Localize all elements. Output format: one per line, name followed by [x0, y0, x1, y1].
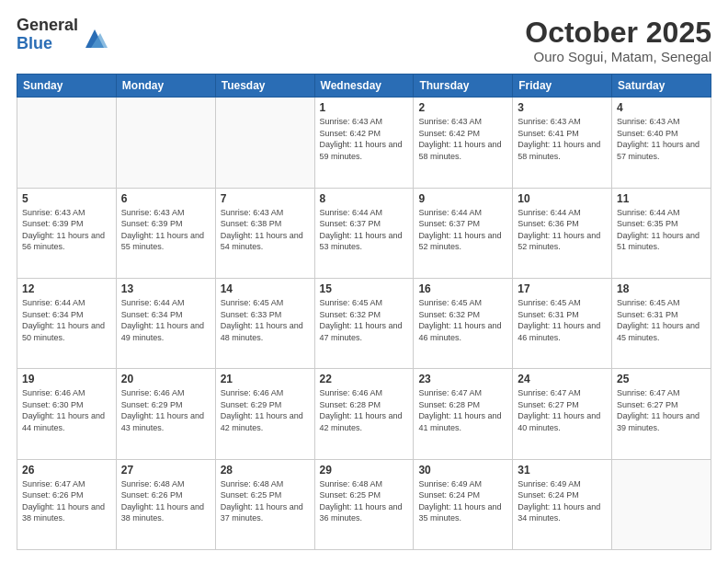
calendar-table: Sunday Monday Tuesday Wednesday Thursday… [17, 74, 711, 550]
day-info: Sunrise: 6:45 AM Sunset: 6:31 PM Dayligh… [617, 297, 706, 343]
day-info: Sunrise: 6:46 AM Sunset: 6:28 PM Dayligh… [320, 387, 409, 433]
day-info: Sunrise: 6:49 AM Sunset: 6:24 PM Dayligh… [418, 478, 507, 524]
col-monday: Monday [116, 75, 215, 98]
col-tuesday: Tuesday [215, 75, 314, 98]
week-row-3: 12Sunrise: 6:44 AM Sunset: 6:34 PM Dayli… [17, 278, 711, 368]
location: Ouro Sogui, Matam, Senegal [525, 49, 711, 64]
week-row-1: 1Sunrise: 6:43 AM Sunset: 6:42 PM Daylig… [17, 98, 711, 188]
day-info: Sunrise: 6:44 AM Sunset: 6:36 PM Dayligh… [518, 207, 607, 253]
col-friday: Friday [513, 75, 612, 98]
table-cell: 20Sunrise: 6:46 AM Sunset: 6:29 PM Dayli… [116, 369, 215, 459]
header: General Blue October 2025 Ouro Sogui, Ma… [17, 17, 711, 64]
table-cell: 11Sunrise: 6:44 AM Sunset: 6:35 PM Dayli… [612, 188, 711, 278]
table-cell: 21Sunrise: 6:46 AM Sunset: 6:29 PM Dayli… [215, 369, 314, 459]
day-number: 17 [518, 282, 607, 295]
table-cell: 23Sunrise: 6:47 AM Sunset: 6:28 PM Dayli… [414, 369, 513, 459]
day-info: Sunrise: 6:45 AM Sunset: 6:33 PM Dayligh… [221, 297, 310, 343]
day-info: Sunrise: 6:44 AM Sunset: 6:37 PM Dayligh… [320, 207, 409, 253]
logo-text: General Blue [17, 17, 78, 53]
table-cell: 10Sunrise: 6:44 AM Sunset: 6:36 PM Dayli… [513, 188, 612, 278]
table-cell: 18Sunrise: 6:45 AM Sunset: 6:31 PM Dayli… [612, 278, 711, 368]
day-number: 22 [320, 373, 409, 385]
calendar-header-row: Sunday Monday Tuesday Wednesday Thursday… [17, 75, 711, 98]
day-info: Sunrise: 6:49 AM Sunset: 6:24 PM Dayligh… [518, 478, 607, 524]
month-title: October 2025 [525, 17, 711, 49]
week-row-4: 19Sunrise: 6:46 AM Sunset: 6:30 PM Dayli… [17, 369, 711, 459]
day-info: Sunrise: 6:47 AM Sunset: 6:26 PM Dayligh… [22, 478, 111, 524]
day-number: 20 [121, 373, 210, 385]
table-cell: 29Sunrise: 6:48 AM Sunset: 6:25 PM Dayli… [314, 459, 414, 549]
table-cell: 28Sunrise: 6:48 AM Sunset: 6:25 PM Dayli… [215, 459, 314, 549]
table-cell [612, 459, 711, 549]
day-number: 1 [320, 101, 409, 114]
day-info: Sunrise: 6:47 AM Sunset: 6:27 PM Dayligh… [518, 387, 607, 433]
day-info: Sunrise: 6:44 AM Sunset: 6:34 PM Dayligh… [121, 297, 210, 343]
table-cell: 22Sunrise: 6:46 AM Sunset: 6:28 PM Dayli… [314, 369, 414, 459]
day-number: 26 [22, 464, 111, 477]
logo-icon [82, 26, 108, 52]
day-number: 23 [418, 373, 507, 385]
col-saturday: Saturday [612, 75, 711, 98]
day-info: Sunrise: 6:43 AM Sunset: 6:39 PM Dayligh… [121, 207, 210, 253]
day-number: 2 [418, 101, 507, 114]
day-info: Sunrise: 6:44 AM Sunset: 6:34 PM Dayligh… [22, 297, 111, 343]
day-number: 10 [518, 192, 607, 205]
day-number: 30 [418, 464, 507, 477]
day-number: 19 [22, 373, 111, 385]
day-number: 6 [121, 192, 210, 205]
table-cell: 25Sunrise: 6:47 AM Sunset: 6:27 PM Dayli… [612, 369, 711, 459]
day-info: Sunrise: 6:43 AM Sunset: 6:42 PM Dayligh… [320, 116, 409, 162]
table-cell: 5Sunrise: 6:43 AM Sunset: 6:39 PM Daylig… [17, 188, 117, 278]
table-cell: 3Sunrise: 6:43 AM Sunset: 6:41 PM Daylig… [513, 98, 612, 188]
day-info: Sunrise: 6:47 AM Sunset: 6:27 PM Dayligh… [617, 387, 706, 433]
table-cell: 8Sunrise: 6:44 AM Sunset: 6:37 PM Daylig… [314, 188, 414, 278]
day-number: 4 [617, 101, 706, 114]
table-cell: 19Sunrise: 6:46 AM Sunset: 6:30 PM Dayli… [17, 369, 117, 459]
day-info: Sunrise: 6:45 AM Sunset: 6:31 PM Dayligh… [518, 297, 607, 343]
day-number: 11 [617, 192, 706, 205]
table-cell [215, 98, 314, 188]
table-cell: 24Sunrise: 6:47 AM Sunset: 6:27 PM Dayli… [513, 369, 612, 459]
day-info: Sunrise: 6:43 AM Sunset: 6:42 PM Dayligh… [418, 116, 507, 162]
day-number: 14 [221, 282, 310, 295]
logo-blue: Blue [17, 35, 78, 53]
table-cell: 13Sunrise: 6:44 AM Sunset: 6:34 PM Dayli… [116, 278, 215, 368]
week-row-5: 26Sunrise: 6:47 AM Sunset: 6:26 PM Dayli… [17, 459, 711, 549]
day-number: 18 [617, 282, 706, 295]
day-number: 24 [518, 373, 607, 385]
day-info: Sunrise: 6:43 AM Sunset: 6:41 PM Dayligh… [518, 116, 607, 162]
day-info: Sunrise: 6:43 AM Sunset: 6:40 PM Dayligh… [617, 116, 706, 162]
day-number: 7 [221, 192, 310, 205]
day-number: 5 [22, 192, 111, 205]
page: General Blue October 2025 Ouro Sogui, Ma… [0, 0, 728, 563]
day-number: 29 [320, 464, 409, 477]
table-cell [17, 98, 117, 188]
day-info: Sunrise: 6:44 AM Sunset: 6:37 PM Dayligh… [418, 207, 507, 253]
title-block: October 2025 Ouro Sogui, Matam, Senegal [525, 17, 711, 64]
table-cell: 30Sunrise: 6:49 AM Sunset: 6:24 PM Dayli… [414, 459, 513, 549]
day-info: Sunrise: 6:46 AM Sunset: 6:30 PM Dayligh… [22, 387, 111, 433]
day-number: 21 [221, 373, 310, 385]
table-cell: 15Sunrise: 6:45 AM Sunset: 6:32 PM Dayli… [314, 278, 414, 368]
day-info: Sunrise: 6:46 AM Sunset: 6:29 PM Dayligh… [221, 387, 310, 433]
day-info: Sunrise: 6:43 AM Sunset: 6:39 PM Dayligh… [22, 207, 111, 253]
day-info: Sunrise: 6:47 AM Sunset: 6:28 PM Dayligh… [418, 387, 507, 433]
day-info: Sunrise: 6:48 AM Sunset: 6:26 PM Dayligh… [121, 478, 210, 524]
table-cell: 1Sunrise: 6:43 AM Sunset: 6:42 PM Daylig… [314, 98, 414, 188]
day-info: Sunrise: 6:48 AM Sunset: 6:25 PM Dayligh… [320, 478, 409, 524]
day-info: Sunrise: 6:45 AM Sunset: 6:32 PM Dayligh… [320, 297, 409, 343]
col-wednesday: Wednesday [314, 75, 414, 98]
day-number: 31 [518, 464, 607, 477]
day-info: Sunrise: 6:43 AM Sunset: 6:38 PM Dayligh… [221, 207, 310, 253]
table-cell: 6Sunrise: 6:43 AM Sunset: 6:39 PM Daylig… [116, 188, 215, 278]
day-number: 15 [320, 282, 409, 295]
table-cell: 14Sunrise: 6:45 AM Sunset: 6:33 PM Dayli… [215, 278, 314, 368]
table-cell [116, 98, 215, 188]
day-info: Sunrise: 6:48 AM Sunset: 6:25 PM Dayligh… [221, 478, 310, 524]
table-cell: 2Sunrise: 6:43 AM Sunset: 6:42 PM Daylig… [414, 98, 513, 188]
table-cell: 4Sunrise: 6:43 AM Sunset: 6:40 PM Daylig… [612, 98, 711, 188]
logo: General Blue [17, 17, 108, 53]
table-cell: 9Sunrise: 6:44 AM Sunset: 6:37 PM Daylig… [414, 188, 513, 278]
day-number: 16 [418, 282, 507, 295]
day-number: 9 [418, 192, 507, 205]
